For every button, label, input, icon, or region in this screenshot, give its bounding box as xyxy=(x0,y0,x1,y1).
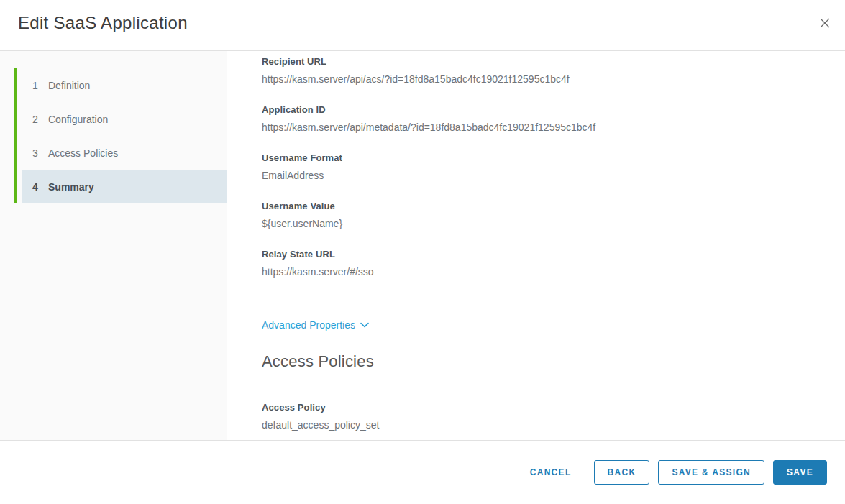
field-access-policy: Access Policy default_access_policy_set xyxy=(262,402,813,431)
step-label: Access Policies xyxy=(48,147,118,159)
dialog-body: 1 Definition 2 Configuration 3 Access Po… xyxy=(0,51,845,441)
dialog-footer: CANCEL BACK SAVE & ASSIGN SAVE xyxy=(0,441,845,504)
step-label: Definition xyxy=(48,80,90,91)
wizard-steps-sidebar: 1 Definition 2 Configuration 3 Access Po… xyxy=(0,51,227,440)
wizard-step-summary[interactable]: 4 Summary xyxy=(22,170,227,203)
wizard-step-list: 1 Definition 2 Configuration 3 Access Po… xyxy=(22,68,227,203)
field-label: Username Value xyxy=(262,201,813,211)
field-application-id: Application ID https://kasm.server/api/m… xyxy=(262,104,813,133)
chevron-down-icon xyxy=(360,322,369,328)
field-value: https://kasm.server/api/metadata/?id=18f… xyxy=(262,122,813,133)
access-policies-heading: Access Policies xyxy=(262,352,813,371)
step-number: 1 xyxy=(32,80,42,91)
cancel-button[interactable]: CANCEL xyxy=(523,460,579,485)
field-relay-state-url: Relay State URL https://kasm.server/#/ss… xyxy=(262,249,813,278)
field-username-value: Username Value ${user.userName} xyxy=(262,201,813,229)
field-recipient-url: Recipient URL https://kasm.server/api/ac… xyxy=(262,56,813,85)
advanced-properties-toggle[interactable]: Advanced Properties xyxy=(262,319,369,331)
dialog-header: Edit SaaS Application xyxy=(0,0,845,51)
wizard-progress-bar xyxy=(14,68,17,203)
save-button[interactable]: SAVE xyxy=(773,460,827,485)
wizard-step-definition[interactable]: 1 Definition xyxy=(22,68,227,102)
step-label: Configuration xyxy=(48,114,108,125)
step-number: 2 xyxy=(32,114,42,125)
save-assign-button[interactable]: SAVE & ASSIGN xyxy=(658,460,764,485)
page-title: Edit SaaS Application xyxy=(18,13,188,33)
close-icon[interactable] xyxy=(815,13,835,33)
field-value: default_access_policy_set xyxy=(262,419,813,431)
field-value: https://kasm.server/api/acs/?id=18fd8a15… xyxy=(262,73,813,85)
step-number: 3 xyxy=(32,147,42,159)
back-button[interactable]: BACK xyxy=(594,460,650,485)
field-label: Access Policy xyxy=(262,402,813,413)
field-username-format: Username Format EmailAddress xyxy=(262,152,813,181)
field-label: Username Format xyxy=(262,152,813,163)
field-value: EmailAddress xyxy=(262,170,813,181)
field-label: Application ID xyxy=(262,104,813,115)
summary-panel: Recipient URL https://kasm.server/api/ac… xyxy=(227,51,845,440)
edit-saas-application-dialog: Edit SaaS Application 1 Definition 2 Con… xyxy=(0,0,845,504)
field-label: Relay State URL xyxy=(262,249,813,260)
field-label: Recipient URL xyxy=(262,56,813,67)
advanced-properties-label: Advanced Properties xyxy=(262,319,355,331)
wizard-step-configuration[interactable]: 2 Configuration xyxy=(22,102,227,136)
step-number: 4 xyxy=(32,181,42,193)
section-divider xyxy=(262,382,813,382)
field-value: ${user.userName} xyxy=(262,218,813,229)
step-label: Summary xyxy=(48,181,94,193)
field-value: https://kasm.server/#/sso xyxy=(262,266,813,278)
wizard-step-access-policies[interactable]: 3 Access Policies xyxy=(22,136,227,170)
